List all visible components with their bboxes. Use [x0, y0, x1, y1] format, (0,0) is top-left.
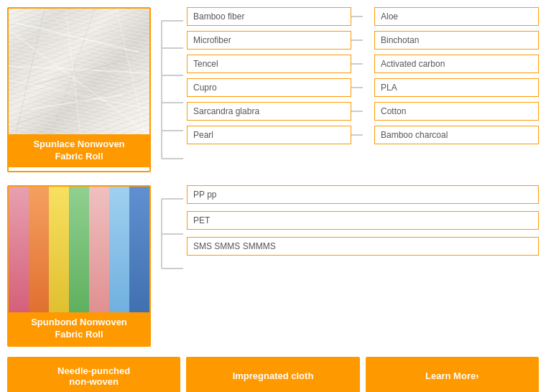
spunlace-right-box-5[interactable]: Bamboo charcoal	[374, 126, 539, 144]
spunbond-section: Spunbond Nonwoven Fabric Roll PP pp PET …	[7, 185, 539, 347]
spunlace-section: Spunlace Nonwoven Fabric Roll Bamboo fib…	[7, 7, 539, 172]
mid-connector-2	[351, 54, 363, 74]
spunbond-item-1[interactable]: PET	[187, 211, 539, 230]
spunlace-label: Spunlace Nonwoven Fabric Roll	[9, 134, 149, 167]
spunlace-left-box-2[interactable]: Tencel	[187, 55, 351, 73]
spunlace-left-box-5[interactable]: Pearl	[187, 126, 351, 144]
spunlace-right-box-2[interactable]: Activated carbon	[374, 55, 539, 73]
spunlace-left-item-5: Pearl	[187, 126, 351, 144]
spunlace-left-item-1: Microfiber	[187, 31, 351, 50]
spunbond-connectors	[151, 185, 187, 282]
svg-line-5	[45, 16, 109, 131]
svg-line-1	[12, 30, 145, 45]
spunlace-left-box-0[interactable]: Bamboo fiber	[187, 7, 351, 26]
main-container: Spunlace Nonwoven Fabric Roll Bamboo fib…	[0, 0, 546, 392]
spunlace-left-box-3[interactable]: Cupro	[187, 78, 351, 97]
learn-more-button[interactable]: Learn More›	[366, 357, 539, 392]
spunlace-left-item-4: Sarcandra glabra	[187, 102, 351, 121]
spunlace-connectors	[151, 7, 187, 172]
svg-line-7	[52, 9, 95, 134]
spunbond-items: PP pp PET SMS SMMS SMMMS	[187, 185, 539, 347]
spunlace-left-item-0: Bamboo fiber	[187, 7, 351, 26]
fiber-texture	[9, 9, 149, 134]
spunlace-card[interactable]: Spunlace Nonwoven Fabric Roll	[7, 7, 151, 172]
spunlace-left-item-2: Tencel	[187, 55, 351, 73]
impregnated-cloth-button[interactable]: Impregnated cloth	[186, 357, 359, 392]
spunlace-items: Bamboo fiber Microfiber Tencel	[187, 7, 539, 172]
mid-connector-1	[351, 30, 363, 50]
svg-line-9	[16, 80, 142, 123]
bottom-buttons: Needle-punched non-woven Impregnated clo…	[7, 357, 539, 392]
spunlace-right-box-3[interactable]: PLA	[374, 78, 539, 97]
mid-connector-0	[351, 6, 363, 27]
mid-connector-5	[351, 125, 363, 145]
spunbond-image	[9, 187, 149, 312]
spunlace-right-col: Aloe Binchotan Activated carbon PLA Cott…	[374, 7, 539, 172]
spunlace-left-box-4[interactable]: Sarcandra glabra	[187, 102, 351, 121]
needle-punched-button[interactable]: Needle-punched non-woven	[7, 357, 180, 392]
spunbond-label: Spunbond Nonwoven Fabric Roll	[9, 312, 149, 345]
rolls-texture	[9, 187, 149, 312]
spunlace-right-box-0[interactable]: Aloe	[374, 7, 539, 26]
spunbond-card[interactable]: Spunbond Nonwoven Fabric Roll	[7, 185, 151, 347]
spunlace-right-box-4[interactable]: Cotton	[374, 102, 539, 121]
spunlace-left-col: Bamboo fiber Microfiber Tencel	[187, 7, 351, 172]
spunbond-item-0[interactable]: PP pp	[187, 185, 539, 204]
spunbond-item-2[interactable]: SMS SMMS SMMMS	[187, 237, 539, 256]
mid-connector-3	[351, 78, 363, 98]
spunlace-right-box-1[interactable]: Binchotan	[374, 31, 539, 50]
spunlace-image	[9, 9, 149, 134]
mid-connector-4	[351, 101, 363, 121]
spunlace-left-item-3: Cupro	[187, 78, 351, 97]
spunlace-left-box-1[interactable]: Microfiber	[187, 31, 351, 50]
svg-line-6	[66, 12, 80, 134]
